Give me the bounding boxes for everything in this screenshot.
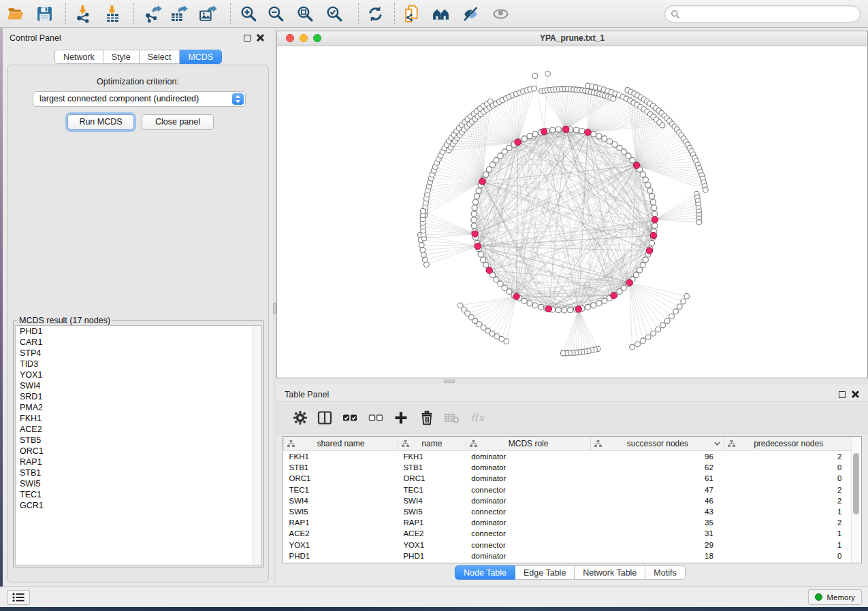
graph-ring-node[interactable] xyxy=(532,303,538,308)
graph-ring-node[interactable] xyxy=(617,288,622,294)
tab-style[interactable]: Style xyxy=(103,50,140,64)
mcds-result-item[interactable]: RAP1 xyxy=(16,457,261,467)
apply-layout-icon[interactable] xyxy=(366,5,385,23)
mcds-result-item[interactable]: CAR1 xyxy=(16,337,261,348)
table-row[interactable]: ORC1ORC1dominator610 xyxy=(284,473,853,484)
tab-select[interactable]: Select xyxy=(140,50,180,64)
table-cell[interactable]: 96 xyxy=(591,451,724,463)
graph-ring-node[interactable] xyxy=(527,301,532,306)
graph-mcds-node[interactable] xyxy=(585,129,591,135)
search-field[interactable] xyxy=(664,5,861,22)
table-row[interactable]: SWI5SWI5connector431 xyxy=(284,506,853,517)
table-cell[interactable]: connector xyxy=(466,540,591,550)
table-cell[interactable]: SWI4 xyxy=(398,495,466,506)
table-cell[interactable]: PHD1 xyxy=(284,550,398,561)
add-entry-icon[interactable] xyxy=(393,410,408,425)
select-all-icon[interactable] xyxy=(342,410,357,425)
table-cell[interactable]: dominator xyxy=(466,451,591,463)
graph-ring-node[interactable] xyxy=(474,194,479,199)
graph-ring-node[interactable] xyxy=(649,194,654,199)
graph-ring-node[interactable] xyxy=(539,304,544,310)
tab-mcds[interactable]: MCDS xyxy=(180,50,222,64)
hide-selected-icon[interactable] xyxy=(462,5,480,23)
table-cell[interactable]: 62 xyxy=(591,462,724,473)
graph-mcds-node[interactable] xyxy=(575,306,581,312)
mcds-result-item[interactable]: SWI5 xyxy=(16,478,261,489)
graph-ring-node[interactable] xyxy=(532,131,538,137)
table-cell[interactable]: 35 xyxy=(591,517,724,528)
graph-ring-node[interactable] xyxy=(476,188,481,193)
table-cell[interactable]: TEC1 xyxy=(284,484,398,495)
graph-ring-node[interactable] xyxy=(472,205,477,211)
close-panel-button[interactable]: Close panel xyxy=(142,114,214,130)
graph-ring-node[interactable] xyxy=(527,133,532,139)
graph-leaf-node[interactable] xyxy=(696,220,702,225)
graph-ring-node[interactable] xyxy=(471,223,477,229)
mcds-result-item[interactable]: SWI4 xyxy=(16,380,261,391)
table-options-icon[interactable] xyxy=(293,410,308,425)
table-cell[interactable]: 0 xyxy=(724,473,853,484)
tab-motifs[interactable]: Motifs xyxy=(645,565,685,580)
graph-mcds-node[interactable] xyxy=(545,306,551,312)
graph-ring-node[interactable] xyxy=(602,298,607,303)
graph-mcds-node[interactable] xyxy=(479,178,485,184)
search-networks-icon[interactable] xyxy=(432,5,450,23)
graph-ring-node[interactable] xyxy=(637,267,643,273)
table-cell[interactable]: connector xyxy=(466,528,591,539)
table-row[interactable]: TEC1TEC1connector472 xyxy=(284,484,853,495)
zoom-fit-icon[interactable] xyxy=(296,5,315,23)
graph-ring-node[interactable] xyxy=(579,129,585,134)
table-cell[interactable]: 0 xyxy=(724,550,853,561)
graph-ring-node[interactable] xyxy=(556,308,561,313)
graph-ring-node[interactable] xyxy=(643,177,648,182)
column-header-successor-nodes[interactable]: successor nodes xyxy=(591,437,724,451)
graph-mcds-node[interactable] xyxy=(486,267,492,274)
graph-ring-node[interactable] xyxy=(478,252,483,257)
table-cell[interactable]: 1 xyxy=(724,506,853,517)
graph-ring-node[interactable] xyxy=(521,298,527,303)
deselect-all-icon[interactable] xyxy=(368,410,383,425)
graph-leaf-node[interactable] xyxy=(703,187,709,193)
open-session-icon[interactable] xyxy=(7,5,25,23)
graph-leaf-node[interactable] xyxy=(457,303,463,308)
graph-ring-node[interactable] xyxy=(596,133,602,139)
graph-ring-node[interactable] xyxy=(652,223,658,229)
graph-leaf-node[interactable] xyxy=(560,350,566,356)
graph-ring-node[interactable] xyxy=(607,139,612,144)
tab-network[interactable]: Network xyxy=(54,50,103,64)
optimization-criterion-select[interactable]: largest connected component (undirected) xyxy=(33,91,246,107)
graph-ring-node[interactable] xyxy=(507,145,512,150)
table-row[interactable]: STB1STB1dominator620 xyxy=(284,462,853,473)
delete-entry-icon[interactable] xyxy=(419,410,434,425)
mcds-result-item[interactable]: STP4 xyxy=(16,348,261,359)
column-header-predecessor-nodes[interactable]: predecessor nodes xyxy=(724,437,853,451)
table-row[interactable]: RAP1RAP1dominator352 xyxy=(284,517,853,528)
graph-ring-node[interactable] xyxy=(556,127,561,132)
graph-ring-node[interactable] xyxy=(585,304,590,310)
graph-mcds-node[interactable] xyxy=(611,293,617,299)
graph-ring-node[interactable] xyxy=(471,211,477,216)
table-cell[interactable]: SWI4 xyxy=(284,495,398,506)
graph-mcds-node[interactable] xyxy=(541,129,547,135)
mcds-result-list[interactable]: PHD1CAR1STP4TID3YOX1SWI4SRD1PMA2FKH1ACE2… xyxy=(15,325,262,565)
export-network-icon[interactable] xyxy=(144,5,162,23)
import-network-icon[interactable] xyxy=(74,5,93,23)
graph-leaf-node[interactable] xyxy=(677,304,682,310)
graph-ring-node[interactable] xyxy=(471,217,477,222)
mcds-result-item[interactable]: ACE2 xyxy=(16,424,261,435)
table-cell[interactable]: 0 xyxy=(724,462,853,473)
table-cell[interactable]: connector xyxy=(466,484,591,495)
graph-mcds-node[interactable] xyxy=(515,139,521,145)
table-cell[interactable]: dominator xyxy=(466,517,591,528)
graph-ring-node[interactable] xyxy=(643,257,648,263)
mcds-list-scrollbar[interactable] xyxy=(253,326,261,565)
import-table-icon[interactable] xyxy=(103,5,122,23)
table-cell[interactable]: RAP1 xyxy=(398,517,466,528)
graph-leaf-node[interactable] xyxy=(681,299,686,304)
graph-ring-node[interactable] xyxy=(483,171,489,177)
table-cell[interactable]: dominator xyxy=(466,473,591,484)
graph-leaf-node[interactable] xyxy=(532,86,537,91)
memory-button[interactable]: Memory xyxy=(808,589,862,605)
close-panel-icon[interactable] xyxy=(255,33,264,42)
export-image-icon[interactable] xyxy=(198,5,216,23)
